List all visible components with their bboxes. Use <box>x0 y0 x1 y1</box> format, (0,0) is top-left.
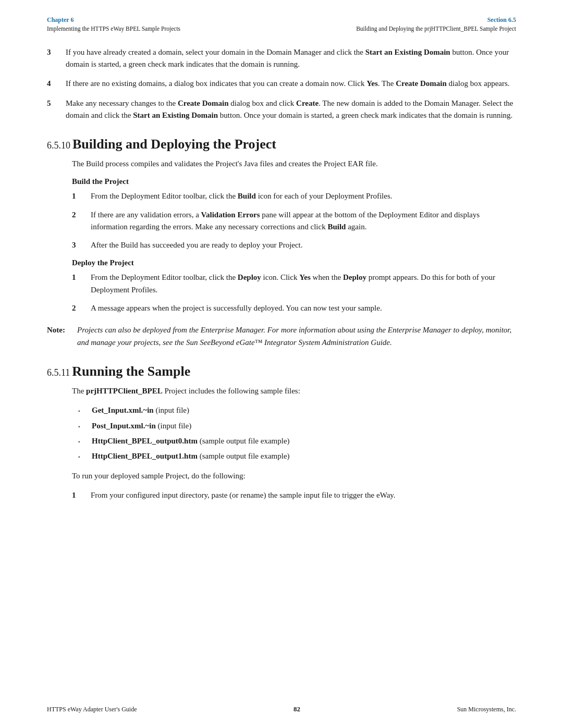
list-item: 1 From the Deployment Editor toolbar, cl… <box>72 190 516 202</box>
item-number: 2 <box>72 209 91 233</box>
item-text: From your configured input directory, pa… <box>91 489 516 501</box>
build-subheading: Build the Project <box>72 177 516 186</box>
section-label: Section 6.5 <box>356 16 516 24</box>
item-number: 4 <box>47 78 66 90</box>
item-number: 5 <box>47 97 66 122</box>
bullet-icon: ▪ <box>78 438 88 446</box>
list-item: 2 If there are any validation errors, a … <box>72 209 516 233</box>
top-list: 3 If you have already created a domain, … <box>47 46 516 121</box>
item-text: After the Build has succeeded you are re… <box>91 239 516 251</box>
item-text: Make any necessary changes to the Create… <box>66 97 516 122</box>
footer-right: Sun Microsystems, Inc. <box>457 706 516 713</box>
note-block: Note: Projects can also be deployed from… <box>47 324 516 349</box>
page-footer: HTTPS eWay Adapter User's Guide 82 Sun M… <box>0 705 563 713</box>
list-item: 5 Make any necessary changes to the Crea… <box>47 97 516 122</box>
list-item: 3 After the Build has succeeded you are … <box>72 239 516 251</box>
page: Chapter 6 Implementing the HTTPS eWay BP… <box>0 0 563 728</box>
item-text: HttpClient_BPEL_output0.htm (sample outp… <box>92 435 290 447</box>
item-number: 3 <box>47 46 66 71</box>
item-number: 1 <box>72 272 91 296</box>
sample-files-list: ▪ Get_Input.xml.~in (input file) ▪ Post_… <box>78 404 516 462</box>
list-item: 4 If there are no existing domains, a di… <box>47 78 516 90</box>
item-text: If there are no existing domains, a dial… <box>66 78 516 90</box>
list-item: ▪ HttpClient_BPEL_output1.htm (sample ou… <box>78 450 516 462</box>
footer-left: HTTPS eWay Adapter User's Guide <box>47 706 137 713</box>
item-text: A message appears when the project is su… <box>91 302 516 314</box>
section-sub: Building and Deploying the prjHTTPClient… <box>356 24 516 33</box>
section-title: Building and Deploying the Project <box>72 137 276 152</box>
item-text: From the Deployment Editor toolbar, clic… <box>91 272 516 296</box>
page-number: 82 <box>293 705 300 713</box>
bullet-icon: ▪ <box>78 407 88 415</box>
item-text: If there are any validation errors, a Va… <box>91 209 516 233</box>
item-text: Post_Input.xml.~in (input file) <box>92 420 191 432</box>
section-6511-heading: 6.5.11Running the Sample <box>47 363 516 379</box>
page-header: Chapter 6 Implementing the HTTPS eWay BP… <box>0 0 563 37</box>
bullet-icon: ▪ <box>78 423 88 431</box>
item-number: 1 <box>72 489 91 501</box>
item-number: 1 <box>72 190 91 202</box>
item-text: Get_Input.xml.~in (input file) <box>92 404 189 416</box>
section-num: 6.5.10 <box>47 140 70 151</box>
deploy-subheading: Deploy the Project <box>72 258 516 267</box>
list-item: ▪ Get_Input.xml.~in (input file) <box>78 404 516 416</box>
list-item: 3 If you have already created a domain, … <box>47 46 516 71</box>
list-item: ▪ Post_Input.xml.~in (input file) <box>78 420 516 432</box>
item-text: HttpClient_BPEL_output1.htm (sample outp… <box>92 450 290 462</box>
run-intro: To run your deployed sample Project, do … <box>72 470 516 482</box>
header-left: Chapter 6 Implementing the HTTPS eWay BP… <box>47 16 180 33</box>
list-item: 1 From your configured input directory, … <box>72 489 516 501</box>
section-6510-heading: 6.5.10Building and Deploying the Project <box>47 136 516 152</box>
header-right: Section 6.5 Building and Deploying the p… <box>356 16 516 33</box>
item-text: If you have already created a domain, se… <box>66 46 516 71</box>
section-title: Running the Sample <box>72 364 190 379</box>
list-item: ▪ HttpClient_BPEL_output0.htm (sample ou… <box>78 435 516 447</box>
item-number: 2 <box>72 302 91 314</box>
section-intro: The Build process compiles and validates… <box>72 157 516 170</box>
list-item: 1 From the Deployment Editor toolbar, cl… <box>72 272 516 296</box>
item-text: From the Deployment Editor toolbar, clic… <box>91 190 516 202</box>
section-2-intro: The prjHTTPClient_BPEL Project includes … <box>72 385 516 397</box>
chapter-label: Chapter 6 <box>47 16 180 24</box>
chapter-sub: Implementing the HTTPS eWay BPEL Sample … <box>47 24 180 33</box>
bullet-icon: ▪ <box>78 453 88 461</box>
deploy-list: 1 From the Deployment Editor toolbar, cl… <box>72 272 516 314</box>
build-list: 1 From the Deployment Editor toolbar, cl… <box>72 190 516 251</box>
list-item: 2 A message appears when the project is … <box>72 302 516 314</box>
note-text: Projects can also be deployed from the E… <box>77 324 516 349</box>
note-label: Note: <box>47 324 74 349</box>
item-number: 3 <box>72 239 91 251</box>
main-content: 3 If you have already created a domain, … <box>0 37 563 539</box>
section-num: 6.5.11 <box>47 367 70 378</box>
run-list: 1 From your configured input directory, … <box>72 489 516 501</box>
